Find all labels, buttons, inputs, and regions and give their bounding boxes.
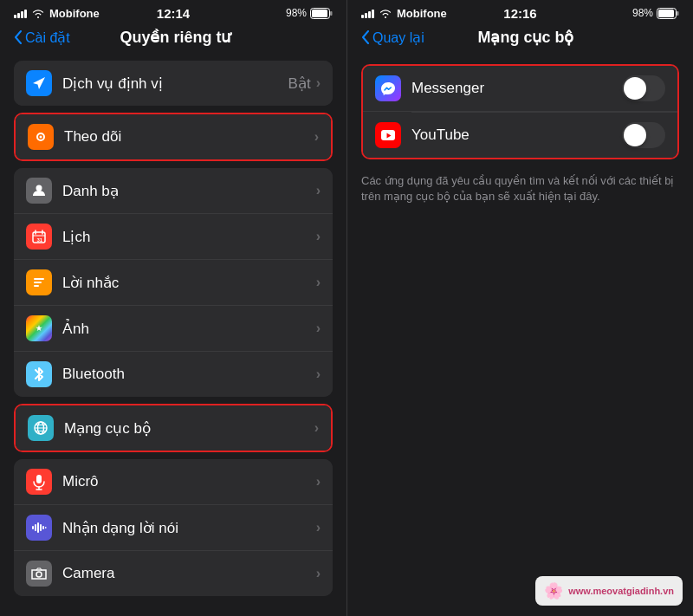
mic-symbol-icon (32, 473, 46, 490)
local-network-icon (28, 415, 54, 441)
watermark: 🌸 www.meovatgiadinh.vn (535, 576, 683, 606)
chevron-icon: › (316, 566, 321, 581)
camera-icon (26, 561, 52, 587)
left-nav-bar: Cài đặt Quyền riêng tư (0, 24, 346, 54)
svg-point-28 (36, 572, 42, 577)
reminders-item[interactable]: Lời nhắc › (14, 260, 333, 306)
chevron-icon: › (316, 520, 321, 535)
svg-point-5 (36, 185, 42, 191)
svg-text:31: 31 (37, 237, 43, 243)
signal-icon (14, 8, 27, 18)
local-network-description: Các ứng dụng đã yêu cầu quyền tìm và kết… (347, 166, 693, 218)
svg-rect-27 (45, 527, 47, 528)
left-carrier: Mobifone (14, 7, 100, 20)
svg-rect-13 (34, 285, 39, 287)
contacts-icon (26, 178, 52, 204)
contacts-item[interactable]: Danh bạ › (14, 168, 333, 214)
youtube-toggle[interactable] (622, 122, 665, 148)
photos-icon (26, 315, 52, 341)
chevron-icon: › (316, 75, 321, 91)
person-icon (31, 183, 47, 198)
privacy-apps-group: Danh bạ › 31 Lịch › (14, 168, 333, 397)
chevron-icon: › (314, 129, 319, 145)
calendar-icon: 31 (26, 224, 52, 250)
right-panel: Mobifone 12:16 98% Quay lại Mạng cục bộ (346, 0, 693, 616)
bottom-privacy-group: Micrô › Nhận dạng lời nói › (14, 459, 333, 596)
left-time: 12:14 (157, 6, 190, 21)
location-services-item[interactable]: Dịch vụ định vị Bật › (14, 61, 333, 106)
reminders-symbol-icon (31, 275, 47, 290)
svg-rect-2 (330, 11, 333, 16)
youtube-symbol-icon (380, 129, 396, 141)
chevron-icon: › (314, 420, 319, 436)
right-time: 12:16 (503, 6, 536, 21)
back-chevron-icon (361, 30, 370, 44)
tracking-item[interactable]: Theo dõi › (16, 114, 331, 159)
right-status-bar: Mobifone 12:16 98% (347, 0, 693, 24)
right-nav-title: Mạng cục bộ (477, 28, 573, 47)
left-nav-title: Quyền riêng tư (120, 28, 230, 47)
svg-rect-30 (658, 10, 674, 17)
tracking-group: Theo dõi › (14, 113, 333, 161)
battery-icon (310, 8, 333, 19)
camera-item[interactable]: Camera › (14, 551, 333, 596)
left-panel: Mobifone 12:14 98% Cài đặt Quyền riêng t… (0, 0, 346, 616)
right-back-button[interactable]: Quay lại (361, 29, 424, 46)
messenger-toggle[interactable] (622, 75, 665, 101)
bluetooth-icon (26, 361, 52, 387)
left-battery: 98% (286, 7, 333, 19)
svg-rect-24 (37, 522, 39, 533)
right-battery: 98% (632, 7, 679, 19)
signal-icon (361, 8, 374, 18)
left-back-button[interactable]: Cài đặt (14, 29, 70, 46)
bluetooth-symbol-icon (32, 366, 46, 383)
bluetooth-item[interactable]: Bluetooth › (14, 352, 333, 397)
messenger-item[interactable]: Messenger (363, 66, 677, 112)
local-network-highlighted-group: Mạng cục bộ › (14, 404, 333, 452)
camera-symbol-icon (30, 567, 48, 580)
microphone-icon (26, 469, 52, 495)
calendar-symbol-icon: 31 (31, 229, 47, 244)
chevron-icon: › (316, 366, 321, 382)
chevron-icon: › (316, 229, 321, 244)
youtube-item[interactable]: YouTube (363, 113, 677, 158)
wifi-icon (379, 8, 392, 18)
chevron-icon: › (316, 474, 321, 490)
battery-icon (657, 8, 679, 19)
globe-symbol-icon (33, 420, 49, 436)
photos-symbol-icon (31, 321, 47, 336)
chevron-icon: › (316, 183, 321, 198)
chevron-icon: › (316, 321, 321, 336)
left-status-bar: Mobifone 12:14 98% (0, 0, 346, 24)
right-nav-bar: Quay lại Mạng cục bộ (347, 24, 693, 54)
right-carrier: Mobifone (361, 7, 447, 20)
svg-rect-1 (312, 10, 327, 17)
right-phone-panel: Mobifone 12:16 98% Quay lại Mạng cục bộ (346, 0, 693, 616)
local-network-item[interactable]: Mạng cục bộ › (16, 405, 331, 451)
calendar-item[interactable]: 31 Lịch › (14, 214, 333, 260)
chevron-icon: › (316, 275, 321, 290)
location-arrow-icon (31, 75, 47, 91)
svg-rect-19 (36, 475, 42, 483)
svg-rect-26 (42, 526, 44, 529)
svg-rect-23 (35, 524, 36, 531)
svg-rect-31 (677, 11, 679, 16)
waveform-icon (31, 522, 47, 534)
microphone-item[interactable]: Micrô › (14, 459, 333, 505)
messenger-icon (375, 75, 401, 101)
svg-rect-22 (32, 526, 34, 529)
local-network-apps-group: Messenger YouTube (361, 64, 679, 159)
tracking-icon (28, 124, 54, 150)
speech-icon (26, 515, 52, 541)
back-chevron-icon (14, 30, 23, 44)
left-phone-panel: Mobifone 12:14 98% Cài đặt Quyền riêng t… (0, 0, 346, 616)
svg-rect-12 (34, 282, 42, 283)
messenger-symbol-icon (380, 81, 396, 96)
tracking-symbol-icon (33, 129, 49, 145)
location-group: Dịch vụ định vị Bật › (14, 61, 333, 106)
youtube-icon (375, 122, 401, 148)
flower-icon: 🌸 (544, 581, 563, 600)
location-icon (26, 70, 52, 96)
speech-recognition-item[interactable]: Nhận dạng lời nói › (14, 505, 333, 551)
photos-item[interactable]: Ảnh › (14, 306, 333, 352)
